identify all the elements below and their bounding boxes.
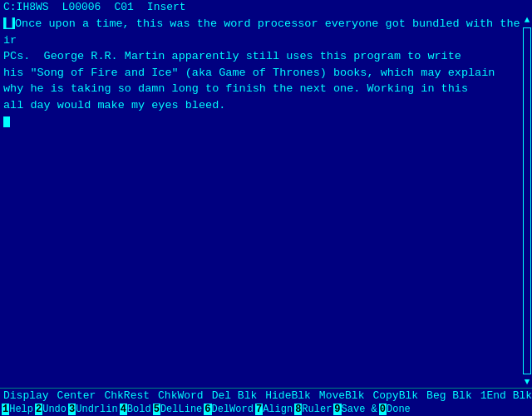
status-begblk[interactable]: Beg Blk <box>426 389 472 402</box>
edit-mode: Insert <box>147 1 186 13</box>
file-name: C:IH8WS <box>3 1 49 13</box>
fn-6-num: 6 <box>204 404 211 415</box>
fn-7-label: Align <box>263 404 293 415</box>
status-center[interactable]: Center <box>57 389 96 402</box>
status-moveblk[interactable]: MoveBlk <box>319 389 365 402</box>
fn-3[interactable]: 3Undrlin <box>68 404 118 415</box>
scroll-track[interactable] <box>523 27 531 374</box>
app: C:IH8WS L00006 C01 Insert █Once upon a t… <box>0 0 532 416</box>
fn-1-label: Help <box>9 404 33 415</box>
scroll-down-arrow[interactable]: ▼ <box>522 376 532 388</box>
fn-4[interactable]: 4Bold <box>120 404 151 415</box>
col-position: C01 <box>114 1 133 13</box>
fn-8-num: 8 <box>294 404 302 415</box>
status-delblk[interactable]: Del Blk <box>212 389 258 402</box>
fn-1-num: 1 <box>2 404 9 415</box>
function-bar: 1Help 2Undo 3Undrlin 4Bold 5DelLine 6Del… <box>0 403 532 416</box>
text-cursor <box>3 116 10 127</box>
fn-7[interactable]: 7Align <box>255 404 293 415</box>
status-chkword[interactable]: ChkWord <box>158 389 204 402</box>
fn-2[interactable]: 2Undo <box>35 404 66 415</box>
fn-4-num: 4 <box>120 404 127 415</box>
fn-3-num: 3 <box>68 404 76 415</box>
title-bar: C:IH8WS L00006 C01 Insert <box>0 0 532 14</box>
fn-2-label: Undo <box>42 404 66 415</box>
fn-8-label: Ruler <box>302 404 332 415</box>
fn-9[interactable]: 9Save & <box>333 404 377 415</box>
fn-9-label: Save & <box>342 404 377 415</box>
scroll-area: █Once upon a time, this was the word pro… <box>0 14 532 388</box>
fn-3-label: Undrlin <box>76 404 117 415</box>
fn-0-num: 0 <box>379 404 387 415</box>
fn-6-label: DelWord <box>212 404 254 415</box>
fn-6[interactable]: 6DelWord <box>204 404 254 415</box>
title-left: C:IH8WS L00006 C01 Insert <box>3 1 186 13</box>
scroll-up-arrow[interactable]: ▲ <box>522 14 532 26</box>
fn-8[interactable]: 8Ruler <box>294 404 332 415</box>
status-chkrest[interactable]: ChkRest <box>104 389 150 402</box>
scrollbar-right[interactable]: ▲ ▼ <box>522 14 532 388</box>
fn-5-num: 5 <box>153 404 160 415</box>
fn-2-num: 2 <box>35 404 42 415</box>
fn-4-label: Bold <box>127 404 151 415</box>
fn-0[interactable]: 0Done <box>379 404 411 415</box>
line-position: L00006 <box>62 1 101 13</box>
fn-0-label: Done <box>387 404 411 415</box>
status-bar: Display Center ChkRest ChkWord Del Blk H… <box>0 388 532 403</box>
block-start-marker: █ <box>3 17 15 29</box>
fn-5-label: DelLine <box>160 404 202 415</box>
fn-1[interactable]: 1Help <box>2 404 33 415</box>
status-display[interactable]: Display <box>3 389 49 402</box>
editor-container[interactable]: █Once upon a time, this was the word pro… <box>0 14 522 388</box>
status-endblk[interactable]: 1End Blk <box>480 389 532 402</box>
fn-7-num: 7 <box>255 404 263 415</box>
fn-9-num: 9 <box>333 404 341 415</box>
status-copyblk[interactable]: CopyBlk <box>372 389 418 402</box>
status-hideblk[interactable]: HideBlk <box>265 389 311 402</box>
editor-content[interactable]: █Once upon a time, this was the word pro… <box>3 16 520 130</box>
fn-5[interactable]: 5DelLine <box>153 404 203 415</box>
